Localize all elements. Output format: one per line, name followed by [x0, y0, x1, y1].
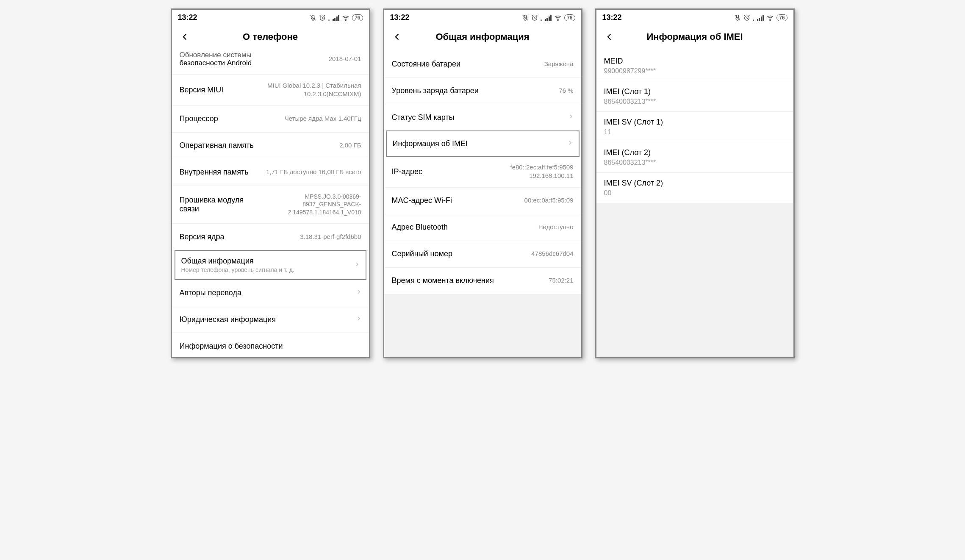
header: Информация об IMEI	[596, 25, 793, 51]
row-label: IMEI (Слот 2)	[604, 148, 786, 157]
row-miui-version[interactable]: Версия MIUI MIUI Global 10.2.3 | Стабиль…	[172, 75, 369, 106]
row-serial-number[interactable]: Серийный номер 47856dc67d04	[384, 241, 581, 268]
status-bar: 13:22 76	[384, 10, 581, 25]
row-value: Недоступно	[538, 223, 574, 231]
row-baseband[interactable]: Прошивка модуля связи MPSS.JO.3.0-00369-…	[172, 186, 369, 224]
row-label: Прошивка модуля связи	[180, 196, 261, 213]
row-legal[interactable]: Юридическая информация	[172, 306, 369, 333]
wifi-icon	[342, 15, 349, 21]
row-label: Общая информация	[181, 257, 350, 266]
row-kernel[interactable]: Версия ядра 3.18.31-perf-gf2fd6b0	[172, 224, 369, 250]
phone-screen-about: 13:22 76 О телефоне Обновление системыбе…	[171, 8, 370, 358]
chevron-left-icon	[181, 33, 189, 41]
empty-area	[384, 294, 581, 358]
row-bluetooth-address[interactable]: Адрес Bluetooth Недоступно	[384, 214, 581, 241]
signal-icon	[757, 15, 764, 21]
row-value: 3.18.31-perf-gf2fd6b0	[300, 233, 361, 241]
row-label: MEID	[604, 57, 786, 66]
row-label: Уровень заряда батареи	[392, 86, 559, 95]
row-value: fe80::2ec:aff:fef5:9509 192.168.100.11	[474, 163, 574, 180]
status-time: 13:22	[178, 13, 197, 22]
chevron-right-icon	[568, 113, 574, 122]
status-bar: 13:22 76	[172, 10, 369, 25]
row-imei-sv-slot1[interactable]: IMEI SV (Слот 1) 11	[596, 112, 793, 142]
svg-point-8	[770, 19, 771, 20]
mute-icon	[522, 14, 529, 21]
header: Общая информация	[384, 25, 581, 51]
row-value: 00	[604, 189, 786, 197]
row-battery-status[interactable]: Состояние батареи Заряжена	[384, 51, 581, 78]
row-label: IMEI (Слот 1)	[604, 87, 786, 96]
row-mac-address[interactable]: MAC-адрес Wi-Fi 00:ec:0a:f5:95:09	[384, 188, 581, 214]
back-button[interactable]	[179, 30, 191, 43]
mute-icon	[734, 14, 741, 21]
svg-point-5	[557, 19, 558, 20]
row-value: 2,00 ГБ	[339, 141, 361, 150]
svg-line-3	[523, 15, 528, 20]
chevron-right-icon	[568, 139, 573, 148]
page-title: Информация об IMEI	[596, 31, 793, 42]
row-translators[interactable]: Авторы перевода	[172, 280, 369, 306]
row-safety-info[interactable]: Информация о безопасности	[172, 333, 369, 357]
row-security-update[interactable]: Обновление системыбезопасности Android 2…	[172, 51, 369, 75]
phone-screen-imei: 13:22 76 Информация об IMEI MEID 9900098…	[595, 8, 795, 358]
back-button[interactable]	[603, 30, 616, 43]
battery-indicator: 76	[776, 14, 787, 21]
svg-line-0	[311, 15, 316, 20]
row-imei-slot2[interactable]: IMEI (Слот 2) 86540003213****	[596, 142, 793, 173]
row-label: Авторы перевода	[180, 288, 352, 297]
status-time: 13:22	[602, 13, 622, 22]
svg-point-2	[345, 19, 346, 20]
row-value: Заряжена	[544, 60, 574, 68]
chevron-right-icon	[356, 288, 361, 297]
row-ip-address[interactable]: IP-адрес fe80::2ec:aff:fef5:9509 192.168…	[384, 156, 581, 188]
battery-indicator: 76	[352, 14, 363, 21]
row-label: Адрес Bluetooth	[392, 223, 538, 232]
back-button[interactable]	[391, 30, 404, 43]
row-all-specs[interactable]: Общая информация Номер телефона, уровень…	[175, 250, 366, 280]
row-imei-info[interactable]: Информация об IMEI	[386, 130, 580, 157]
status-icons: 76	[734, 14, 788, 21]
row-value: 75:02:21	[549, 276, 573, 285]
chevron-left-icon	[605, 33, 614, 41]
row-label: Процессор	[180, 114, 285, 123]
mute-icon	[310, 14, 316, 21]
row-battery-level[interactable]: Уровень заряда батареи 76 %	[384, 78, 581, 104]
signal-dot	[328, 19, 330, 21]
status-time: 13:22	[390, 13, 410, 22]
status-icons: 76	[522, 14, 575, 21]
row-sub: Номер телефона, уровень сигнала и т. д.	[181, 266, 350, 273]
row-label: Оперативная память	[180, 141, 340, 150]
status-bar: 13:22 76	[596, 10, 793, 25]
row-meid[interactable]: MEID 99000987299****	[596, 51, 793, 81]
row-imei-sv-slot2[interactable]: IMEI SV (Слот 2) 00	[596, 173, 793, 203]
row-sim-status[interactable]: Статус SIM карты	[384, 104, 581, 131]
header: О телефоне	[172, 25, 369, 51]
battery-indicator: 76	[564, 14, 575, 21]
row-imei-slot1[interactable]: IMEI (Слот 1) 86540003213****	[596, 81, 793, 112]
row-value: 86540003213****	[604, 159, 786, 166]
row-cpu[interactable]: Процессор Четыре ядра Мах 1.40ГГц	[172, 106, 369, 133]
alarm-icon	[743, 14, 750, 21]
row-value: 99000987299****	[604, 67, 786, 75]
row-value: 2018-07-01	[329, 55, 361, 63]
signal-icon	[333, 15, 340, 21]
chevron-left-icon	[393, 33, 402, 41]
phone-screen-status: 13:22 76 Общая информация Состояние бата…	[383, 8, 582, 358]
wifi-icon	[554, 15, 562, 21]
row-label-cut: Обновление системы	[180, 51, 329, 59]
signal-icon	[545, 15, 552, 21]
empty-area	[596, 203, 793, 357]
row-value: Четыре ядра Мах 1.40ГГц	[285, 114, 361, 123]
row-value: 47856dc67d04	[531, 250, 573, 258]
row-label: Серийный номер	[392, 250, 532, 258]
row-label: Статус SIM карты	[392, 113, 564, 122]
imei-list: MEID 99000987299**** IMEI (Слот 1) 86540…	[596, 51, 793, 357]
status-list: Состояние батареи Заряжена Уровень заряд…	[384, 51, 581, 357]
svg-line-6	[735, 15, 740, 20]
row-ram[interactable]: Оперативная память 2,00 ГБ	[172, 133, 369, 159]
row-uptime[interactable]: Время с момента включения 75:02:21	[384, 268, 581, 294]
alarm-icon	[531, 14, 538, 21]
row-label: Время с момента включения	[392, 276, 549, 285]
row-storage[interactable]: Внутренняя память 1,71 ГБ доступно 16,00…	[172, 159, 369, 186]
